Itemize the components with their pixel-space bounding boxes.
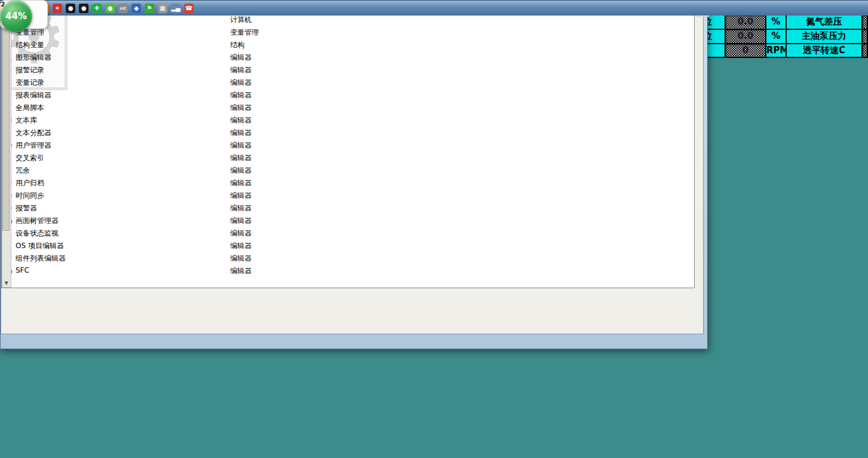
list-item-type: 编辑器 — [230, 216, 252, 226]
list-item-type: 计算机 — [230, 15, 252, 25]
tray-blue-icon[interactable]: ◆ — [132, 4, 141, 13]
scroll-down-arrow[interactable]: ▼ — [2, 280, 10, 287]
list-item-name[interactable]: 用户归档 — [16, 178, 44, 188]
net-speed-badge[interactable]: 44% — [0, 0, 32, 32]
list-row-8[interactable]: ▦文本库编辑器 — [2, 114, 447, 126]
list-row-12[interactable]: ⊟冗余编辑器 — [2, 164, 447, 176]
list-row-4[interactable]: ✉报警记录编辑器 — [2, 64, 447, 76]
list-item-name[interactable]: 报警器 — [16, 203, 37, 213]
list-item-name[interactable]: 时间同步 — [16, 191, 44, 201]
list-item-name[interactable]: 用户管理器 — [16, 141, 51, 151]
window-client-area: 文件(F)编辑(E)视图(V)工具(T)帮助(H) ▢▱■▶✂▣▤⇅⁘▦✎? −… — [1, 1, 704, 334]
list-row-18[interactable]: ✻OS 项目编辑器编辑器 — [2, 240, 447, 252]
list-item-type: 编辑器 — [230, 115, 252, 126]
tray-star-icon[interactable]: ✶ — [53, 4, 62, 13]
list-item-name[interactable]: 组件列表编辑器 — [16, 254, 66, 264]
list-row-14[interactable]: ◷时间同步编辑器 — [2, 190, 447, 201]
list-row-9[interactable]: ⇄文本分配器编辑器 — [2, 127, 447, 139]
table-label-1-17: 氮气差压 — [787, 16, 863, 29]
wincc-explorer-window: ❋ WinCCExplorer - D:\Program Files (x86)… — [0, 0, 708, 349]
list-item-type: 编辑器 — [230, 53, 252, 63]
list-row-10[interactable]: ⁂用户管理器编辑器 — [2, 139, 447, 151]
list-item-name[interactable]: 图形编辑器 — [16, 53, 51, 63]
list-item-type: 编辑器 — [230, 203, 252, 213]
list-item-type: 编辑器 — [230, 241, 252, 251]
table-unit-2-16: % — [766, 30, 787, 43]
list-item-name[interactable]: 全局脚本 — [16, 103, 44, 113]
list-item-name[interactable]: OS 项目编辑器 — [16, 241, 64, 251]
tray-qq2-icon[interactable]: ● — [79, 4, 88, 13]
list-row-16[interactable]: 品画面树管理器编辑器 — [2, 215, 447, 227]
list-item-name[interactable]: 画面树管理器 — [16, 216, 59, 226]
list-item-type: 编辑器 — [230, 65, 252, 75]
table-value-3-15: 0 — [726, 44, 766, 57]
list-item-type: 编辑器 — [230, 166, 252, 176]
list-item-type: 编辑器 — [230, 128, 252, 138]
list-row-15[interactable]: ◄报警器编辑器 — [2, 202, 447, 214]
tray-green-icon[interactable]: ● — [105, 4, 115, 13]
table-label-3-17: 透平转速C — [787, 44, 863, 57]
list-row-13[interactable]: Ⅲ用户归档编辑器 — [2, 177, 447, 189]
list-row-19[interactable]: ▢组件列表编辑器编辑器 — [2, 252, 447, 264]
table-value-3-18 — [863, 44, 868, 57]
list-row-17[interactable]: ⊙设备状态监视编辑器 — [2, 227, 447, 239]
table-value-1-15: 0.0 — [726, 16, 766, 29]
list-item-type: 编辑器 — [230, 178, 252, 188]
tray-qq1-icon[interactable]: ● — [66, 4, 75, 13]
tray-network-icon[interactable]: ▂▄ — [171, 4, 181, 13]
list-row-5[interactable]: Ⅲ变量记录编辑器 — [2, 77, 447, 88]
list-item-type: 编辑器 — [230, 141, 252, 151]
list-item-type: 变量管理 — [230, 28, 259, 38]
list-item-type: 编辑器 — [230, 78, 252, 88]
table-value-1-18 — [863, 16, 868, 29]
list-item-type: 编辑器 — [230, 254, 252, 264]
tray-license-icon[interactable]: LIC — [118, 4, 128, 13]
list-item-type: 编辑器 — [230, 103, 252, 113]
tray-phone-icon[interactable]: ☎ — [184, 4, 194, 13]
list-item-type: 编辑器 — [230, 228, 252, 239]
list-item-name[interactable]: SFC — [16, 266, 29, 274]
vertical-scroll-thumb[interactable] — [2, 2, 10, 231]
list-item-name[interactable]: 设备状态监视 — [16, 228, 59, 239]
list-row-20[interactable]: 品SFC编辑器 — [2, 265, 447, 277]
object-list-panel: 名称 类型 ⚙ ◀ ⫴ ▶ ⊡计算机计算机Ⅲ变量管理变量管理╠结构变量结构⋀图形… — [2, 2, 449, 286]
table-label-2-17: 主油泵压力 — [787, 30, 863, 43]
explorer-content: −⚙WG⊡计算机+Ⅲ变量管理+╠结构变量⋀图形编辑器✉报警记录Ⅲ变量记录▤报表编… — [1, 1, 695, 288]
tray-flag-icon[interactable]: ⚑ — [145, 4, 154, 13]
table-unit-1-16: % — [766, 16, 787, 29]
list-item-name[interactable]: 报表编辑器 — [16, 90, 51, 100]
list-item-type: 结构 — [230, 40, 244, 50]
list-item-name[interactable]: 冗余 — [16, 166, 30, 176]
screen: 0002000.01000.00.050.025.050.025.0 SE_80… — [0, 0, 868, 458]
table-value-2-18 — [863, 30, 868, 43]
vertical-scrollbar[interactable]: ▲ ▼ — [2, 2, 11, 288]
list-item-name[interactable]: 变量记录 — [16, 78, 44, 88]
taskbar: ▶ ☗ ▲ ◠ S?❐▣✶●●✚●LIC◆⚑▦▂▄☎ 13:45 — [0, 0, 868, 16]
list-row-1[interactable]: Ⅲ变量管理变量管理 — [2, 26, 447, 38]
list-row-3[interactable]: ⋀图形编辑器编辑器 — [2, 51, 447, 63]
tray-shield-icon[interactable]: ✚ — [92, 4, 102, 13]
list-item-name[interactable]: 交叉索引 — [16, 153, 44, 163]
list-item-type: 编辑器 — [230, 266, 252, 276]
list-item-name[interactable]: 结构变量 — [16, 40, 44, 50]
list-item-type: 编辑器 — [230, 90, 252, 100]
list-item-name[interactable]: 文本库 — [16, 115, 37, 126]
list-item-name[interactable]: 文本分配器 — [16, 128, 51, 138]
table-unit-3-16: RPM — [766, 44, 787, 57]
list-row-7[interactable]: §全局脚本编辑器 — [2, 102, 447, 114]
list-row-11[interactable]: ▣交叉索引编辑器 — [2, 152, 447, 164]
list-row-6[interactable]: ▤报表编辑器编辑器 — [2, 89, 447, 101]
list-item-type: 编辑器 — [230, 153, 252, 163]
list-row-0[interactable]: ⊡计算机计算机 — [2, 14, 447, 26]
list-row-2[interactable]: ╠结构变量结构 — [2, 39, 447, 51]
list-item-type: 编辑器 — [230, 191, 252, 201]
tray-ime-icon[interactable]: ▦ — [158, 4, 167, 13]
table-value-2-15: 0.0 — [726, 30, 766, 43]
list-item-name[interactable]: 报警记录 — [16, 65, 44, 75]
